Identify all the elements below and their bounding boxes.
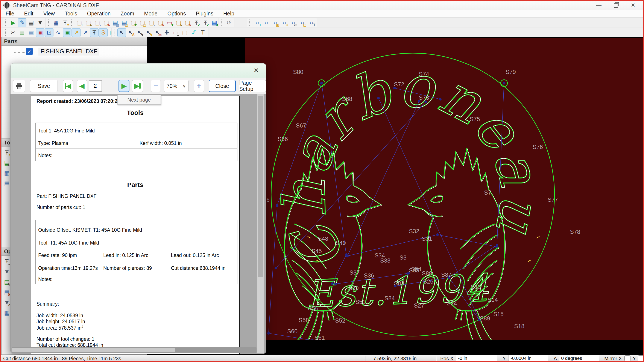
print-icon[interactable]: ▤ [27, 18, 36, 27]
minimize-button[interactable]: — [592, 1, 606, 10]
restore-button[interactable] [609, 1, 623, 10]
contour-mode-icon[interactable]: ▣ [36, 28, 44, 37]
resize-part-icon[interactable]: ▭↔ [172, 28, 180, 37]
last-page-button[interactable]: ▶ [132, 80, 143, 92]
text-tool-icon[interactable]: T [198, 28, 207, 37]
plot-icon[interactable]: ▼ [36, 18, 44, 27]
undo-icon[interactable]: ↺ [224, 18, 233, 27]
tool-list-g-icon[interactable]: ▤G [2, 159, 11, 167]
layers-icon[interactable]: ≣ [18, 28, 26, 37]
zoom-window-icon[interactable]: ○▭ [289, 18, 298, 27]
op-tool-move-icon[interactable]: Ŧ→ [2, 257, 11, 266]
op-edit-icon[interactable]: ▼↗ [2, 298, 11, 307]
zoom-out-icon[interactable]: ○− [262, 18, 271, 27]
verify-path-icon[interactable]: Ŧ✔ [192, 18, 201, 27]
mirror-y-checkbox[interactable] [638, 355, 644, 361]
parts-tree-row[interactable]: ✓ FISHING PANEL DXF [2, 48, 146, 57]
save-part-as-icon[interactable]: ▢▪ [147, 18, 156, 27]
move-part-icon[interactable]: ✚ [162, 28, 171, 37]
tool-item-icon[interactable]: Ŧ▾ [2, 148, 11, 157]
horizontal-scrollbar-thumb[interactable] [12, 348, 176, 352]
dialog-titlebar[interactable]: ✕ [10, 63, 266, 78]
menu-help[interactable]: Help [218, 10, 239, 17]
edit-part-2-icon[interactable]: ▢✎ [156, 18, 165, 27]
select-rect-icon[interactable]: ↖▭ [154, 28, 162, 37]
mirror-tool-icon[interactable]: ⁄⁄ [190, 28, 198, 37]
duplicate-part-icon[interactable]: ▢▢ [138, 18, 146, 27]
menu-zoom[interactable]: Zoom [116, 10, 139, 17]
menu-edit[interactable]: Edit [19, 10, 38, 17]
zoom-part-icon[interactable]: ○▣ [271, 18, 280, 27]
edit-part-icon[interactable]: ▢✎ [102, 18, 110, 27]
import-part-icon[interactable]: ▭▾ [165, 18, 174, 27]
menu-operation[interactable]: Operation [82, 10, 116, 17]
select-path-icon[interactable]: ↖↯ [136, 28, 144, 37]
rect-contour-icon[interactable]: ▣ [63, 28, 72, 37]
zoom-machine-icon[interactable]: ○Ŧ [307, 18, 316, 27]
run-post-icon[interactable]: ▶ [9, 18, 18, 27]
dialog-close-button[interactable]: ✕ [251, 66, 261, 75]
menu-plugins[interactable]: Plugins [191, 10, 218, 17]
close-dialog-button[interactable]: Close [209, 80, 236, 92]
copy-list-icon[interactable]: ▤▤ [111, 18, 120, 27]
edit-post-icon[interactable]: ✎ [18, 18, 26, 27]
op-table-icon[interactable]: ▦ [2, 309, 11, 317]
y-input[interactable]: -0.0004 in [508, 355, 548, 361]
zoom-parts-icon[interactable]: ○≡ [280, 18, 289, 27]
zoom-out-button[interactable]: − [151, 80, 161, 92]
part-checkbox[interactable]: ✓ [26, 48, 33, 55]
horizontal-scrollbar[interactable] [12, 347, 256, 353]
move-jet-icon[interactable]: ↗ [72, 28, 80, 37]
posx-input[interactable]: -0 in [456, 355, 497, 361]
machine-mode-icon[interactable]: Ŧ [90, 28, 98, 37]
zoom-sheet-icon[interactable]: ○▢ [298, 18, 307, 27]
new-part-icon[interactable]: ▢+ [75, 18, 84, 27]
verify-part-icon[interactable]: Ŧ✔ [201, 18, 210, 27]
add-start-icon[interactable]: S [99, 28, 108, 37]
tool-info-icon[interactable]: ▤! [2, 179, 11, 188]
zoom-in-button[interactable]: + [194, 80, 204, 92]
a-input[interactable]: 0 degrees [559, 355, 599, 361]
first-page-button[interactable]: ◀ [63, 80, 73, 92]
save-button[interactable]: Save [30, 80, 58, 92]
open-part-icon[interactable]: ▢▸ [84, 18, 92, 27]
tool-torch-icon[interactable]: Ŧ▾ [61, 18, 69, 27]
job-options-icon[interactable]: ▤ [27, 28, 36, 37]
zoom-level-select[interactable]: 70% ∨ [164, 80, 189, 92]
menu-view[interactable]: View [38, 10, 60, 17]
previous-page-button[interactable]: ◀ [77, 80, 87, 92]
edit-path-icon[interactable]: ▢✎ [183, 18, 192, 27]
mirror-x-checkbox[interactable] [624, 355, 630, 361]
polyline-icon[interactable]: ∿ [54, 28, 62, 37]
tool-table-icon[interactable]: ▦ [2, 169, 11, 178]
rect-dashed-icon[interactable]: ▢ [180, 28, 189, 37]
zoom-in-icon[interactable]: ○+ [253, 18, 262, 27]
menu-tools[interactable]: Tools [60, 10, 82, 17]
paste-part-icon[interactable]: ▤▢ [120, 18, 128, 27]
select-jet-icon[interactable]: ↖↯ [144, 28, 153, 37]
page-number-input[interactable]: 2 [89, 80, 102, 92]
print-button[interactable] [13, 80, 25, 92]
vertical-scrollbar[interactable] [257, 94, 264, 353]
op-shape-icon[interactable]: ▼ [2, 267, 11, 276]
op-list-x-icon[interactable]: ▤✖ [2, 288, 11, 297]
close-window-button[interactable]: ✕ [626, 1, 640, 10]
menu-options[interactable]: Options [162, 10, 191, 17]
save-part-icon[interactable]: ▢▪ [93, 18, 102, 27]
titlebar[interactable]: SheetCam TNG - CARDINALS DXF — ✕ [1, 1, 643, 10]
cut-contour-icon[interactable]: ✂ [9, 28, 18, 37]
menu-file[interactable]: File [1, 10, 19, 17]
menu-mode[interactable]: Mode [139, 10, 162, 17]
page-setup-button[interactable]: Page Setup [239, 80, 266, 92]
calculator-icon[interactable]: ▦ [52, 18, 60, 27]
select-start-icon[interactable]: ↖S [126, 28, 135, 37]
open-folder-icon[interactable]: ▢▸ [174, 18, 183, 27]
part-name-label[interactable]: FISHING PANEL DXF [38, 48, 100, 55]
next-page-button[interactable]: ▶ [118, 80, 130, 92]
line-move-icon[interactable]: ↗ [81, 28, 90, 37]
add-part-icon[interactable]: ▢✚ [129, 18, 138, 27]
simulate-icon[interactable]: ▦↺ [210, 18, 219, 27]
op-list-g-icon[interactable]: ▤G [2, 278, 11, 286]
node-edit-icon[interactable]: ⊡ [45, 28, 54, 37]
select-cursor-icon[interactable]: ↖ [118, 28, 126, 37]
